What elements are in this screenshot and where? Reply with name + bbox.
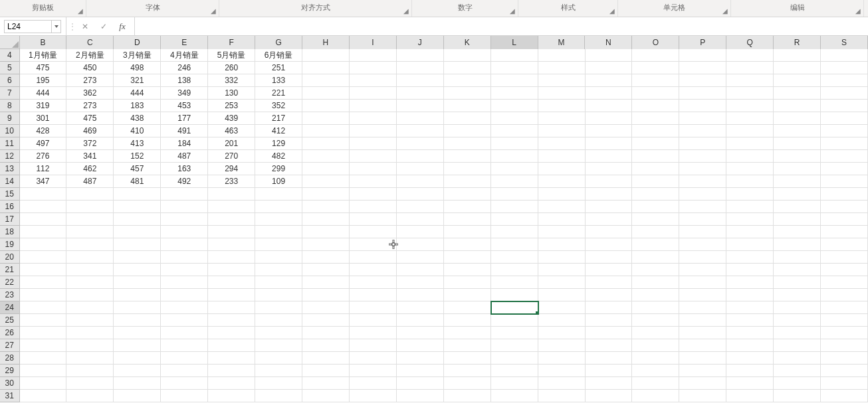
cell[interactable] (114, 201, 161, 213)
cell[interactable] (538, 365, 586, 377)
cell[interactable] (491, 100, 538, 112)
cell[interactable] (586, 238, 633, 251)
cell[interactable] (302, 314, 350, 327)
cell[interactable] (726, 163, 774, 175)
cell[interactable] (774, 49, 821, 62)
cell[interactable] (679, 87, 726, 100)
column-header[interactable]: J (397, 36, 444, 49)
cell[interactable] (161, 377, 208, 390)
cell[interactable] (350, 150, 397, 163)
cell[interactable]: 273 (66, 100, 114, 112)
cell[interactable] (302, 112, 350, 125)
cell[interactable] (66, 276, 114, 289)
cell[interactable] (397, 377, 444, 390)
cell[interactable] (774, 163, 821, 175)
cell[interactable] (632, 112, 679, 125)
cell[interactable] (632, 175, 679, 188)
cell[interactable] (397, 251, 444, 264)
cell[interactable] (114, 226, 161, 238)
cell[interactable] (679, 289, 726, 301)
cell[interactable] (208, 327, 255, 339)
cell[interactable] (821, 327, 868, 339)
cell[interactable] (444, 301, 491, 314)
row-header[interactable]: 10 (0, 125, 20, 137)
cell[interactable] (302, 365, 350, 377)
cell[interactable] (586, 188, 633, 201)
cell[interactable]: 462 (66, 163, 114, 175)
cell[interactable] (114, 301, 161, 314)
cell[interactable] (397, 112, 444, 125)
cell[interactable] (350, 49, 397, 62)
row-header[interactable]: 21 (0, 264, 20, 276)
cell[interactable] (821, 314, 868, 327)
cell[interactable] (491, 301, 538, 314)
cell[interactable] (774, 188, 821, 201)
cell[interactable] (444, 62, 491, 74)
cell[interactable] (726, 49, 774, 62)
row-header[interactable]: 7 (0, 87, 20, 100)
cell[interactable] (774, 62, 821, 74)
cell[interactable] (774, 314, 821, 327)
cell[interactable] (821, 365, 868, 377)
cell[interactable] (679, 125, 726, 137)
cell[interactable] (444, 352, 491, 365)
row-header[interactable]: 30 (0, 377, 20, 390)
cell[interactable] (208, 352, 255, 365)
cell[interactable] (632, 314, 679, 327)
cell[interactable] (397, 301, 444, 314)
cell[interactable] (350, 188, 397, 201)
worksheet[interactable]: BCDEFGHIJKLMNOPQRS 41月销量2月销量3月销量4月销量5月销量… (0, 36, 868, 413)
cell[interactable] (491, 289, 538, 301)
cell[interactable] (66, 339, 114, 352)
cell[interactable] (632, 125, 679, 137)
cell[interactable] (302, 301, 350, 314)
cell[interactable]: 6月销量 (255, 49, 302, 62)
cell[interactable] (774, 301, 821, 314)
cell[interactable] (255, 365, 302, 377)
cell[interactable] (726, 137, 774, 150)
cell[interactable] (774, 150, 821, 163)
cell[interactable] (586, 365, 633, 377)
cell[interactable] (444, 188, 491, 201)
cell[interactable] (302, 163, 350, 175)
row-header[interactable]: 20 (0, 251, 20, 264)
cell[interactable] (821, 163, 868, 175)
cell[interactable] (821, 112, 868, 125)
cell[interactable] (161, 226, 208, 238)
cell[interactable] (302, 201, 350, 213)
cell[interactable] (114, 251, 161, 264)
cell[interactable] (161, 339, 208, 352)
cell[interactable] (114, 238, 161, 251)
cell[interactable] (114, 276, 161, 289)
column-header[interactable]: M (538, 36, 586, 49)
cell[interactable] (161, 201, 208, 213)
cell[interactable] (302, 100, 350, 112)
cell[interactable]: 299 (255, 163, 302, 175)
cell[interactable] (538, 352, 586, 365)
cell[interactable] (491, 49, 538, 62)
cell[interactable]: 130 (208, 87, 255, 100)
cell[interactable] (774, 137, 821, 150)
cell[interactable] (208, 339, 255, 352)
cell[interactable] (397, 201, 444, 213)
cell[interactable] (66, 238, 114, 251)
cell[interactable] (586, 226, 633, 238)
cell[interactable] (302, 377, 350, 390)
cell[interactable] (632, 150, 679, 163)
cell[interactable] (444, 49, 491, 62)
name-box-dropdown[interactable] (52, 20, 61, 33)
cell[interactable] (821, 264, 868, 276)
cell[interactable] (302, 264, 350, 276)
row-header[interactable]: 6 (0, 74, 20, 87)
cell[interactable] (538, 201, 586, 213)
cell[interactable] (66, 301, 114, 314)
cell[interactable] (679, 339, 726, 352)
cell[interactable] (679, 201, 726, 213)
cell[interactable] (208, 264, 255, 276)
cell[interactable]: 498 (114, 62, 161, 74)
cell[interactable] (726, 201, 774, 213)
cell[interactable] (397, 62, 444, 74)
cell[interactable] (538, 314, 586, 327)
cell[interactable] (586, 137, 633, 150)
cell[interactable] (774, 352, 821, 365)
